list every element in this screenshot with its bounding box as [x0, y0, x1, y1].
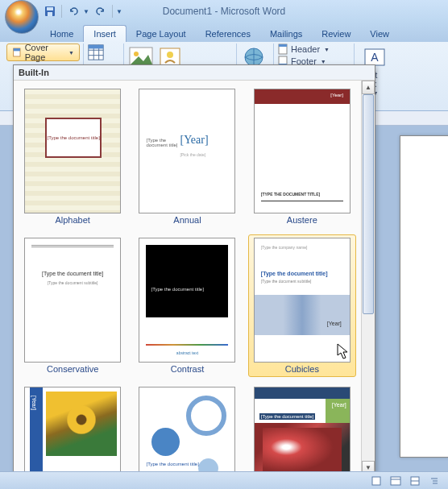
dropdown-arrow-icon: ▼ [324, 47, 330, 52]
scroll-thumb[interactable] [363, 94, 374, 314]
header-button[interactable]: Header ▼ [277, 44, 330, 55]
document-page[interactable] [400, 135, 448, 458]
separator [112, 5, 113, 18]
gallery-item-annual[interactable]: [Type the document title] [Year] [Pick t… [133, 85, 241, 228]
svg-rect-10 [89, 45, 103, 49]
svg-rect-19 [279, 44, 287, 47]
qat-customize-dropdown[interactable]: ▼ [116, 8, 124, 15]
scroll-track[interactable] [362, 94, 375, 461]
gallery-grid: [Type the document title] Alphabet [Type… [14, 81, 361, 474]
outline-view-button[interactable] [425, 474, 443, 488]
gallery-item-contrast[interactable]: [Type the document title] abstract text … [133, 234, 241, 377]
tab-home[interactable]: Home [40, 26, 83, 42]
gallery-item-label: Conservative [47, 364, 98, 374]
tab-references[interactable]: References [196, 26, 260, 42]
gallery-item-exposure[interactable]: [Year] [19, 383, 127, 474]
table-button[interactable] [87, 44, 105, 61]
gallery-scrollbar[interactable]: ▲ ▼ [361, 81, 375, 474]
svg-text:A: A [371, 51, 379, 64]
svg-rect-2 [48, 12, 52, 16]
undo-dropdown[interactable]: ▼ [83, 8, 91, 15]
dropdown-arrow-icon: ▼ [321, 59, 326, 64]
tab-review[interactable]: Review [312, 26, 360, 42]
gallery-item-label: Cubicles [285, 364, 319, 374]
gallery-item-label: Annual [173, 215, 201, 225]
cover-page-button[interactable]: Cover Page ▼ [6, 44, 80, 61]
status-bar [0, 471, 448, 489]
scroll-up-button[interactable]: ▲ [362, 81, 375, 94]
tab-insert[interactable]: Insert [83, 25, 127, 42]
header-label: Header [291, 44, 320, 54]
ribbon-tabs: Home Insert Page Layout References Maili… [0, 23, 448, 42]
svg-point-14 [167, 52, 173, 58]
gallery-item-label: Austere [287, 215, 317, 225]
gallery-item-austere[interactable]: [Year] [TYPE THE DOCUMENT TITLE] Austere [248, 85, 356, 228]
save-button[interactable] [42, 3, 58, 19]
svg-rect-26 [372, 477, 380, 485]
svg-rect-27 [391, 477, 400, 485]
gallery-item-label: Alphabet [55, 215, 89, 225]
dropdown-arrow-icon: ▼ [68, 50, 74, 56]
office-button[interactable] [5, 0, 39, 34]
gallery-item-mod[interactable]: [Type the document title] [133, 383, 241, 474]
svg-rect-1 [47, 7, 53, 10]
gallery-item-conservative[interactable]: [Type the document title] [Type the docu… [19, 234, 127, 377]
gallery-item-alphabet[interactable]: [Type the document title] Alphabet [19, 85, 127, 228]
undo-button[interactable] [65, 3, 81, 19]
title-bar: ▼ ▼ Document1 - Microsoft Word [0, 0, 448, 23]
svg-point-12 [134, 52, 139, 56]
tab-page-layout[interactable]: Page Layout [127, 26, 196, 42]
window-title: Document1 - Microsoft Word [163, 6, 286, 17]
tab-view[interactable]: View [360, 26, 399, 42]
cover-page-gallery: Built-In [Type the document title] Alpha… [13, 64, 375, 475]
tab-mailings[interactable]: Mailings [260, 26, 312, 42]
gallery-section-header: Built-In [14, 65, 375, 81]
print-layout-view-button[interactable] [367, 474, 385, 488]
full-screen-view-button[interactable] [387, 474, 404, 488]
redo-button[interactable] [93, 3, 109, 19]
svg-rect-4 [14, 48, 20, 51]
gallery-item-label: Contrast [171, 364, 205, 374]
gallery-item-motion[interactable]: [Year] [Type the document title] [248, 383, 356, 474]
quick-access-toolbar: ▼ ▼ [42, 3, 124, 19]
cover-page-label: Cover Page [25, 43, 64, 62]
mouse-cursor [337, 343, 350, 361]
separator [61, 5, 62, 18]
web-layout-view-button[interactable] [406, 474, 424, 488]
